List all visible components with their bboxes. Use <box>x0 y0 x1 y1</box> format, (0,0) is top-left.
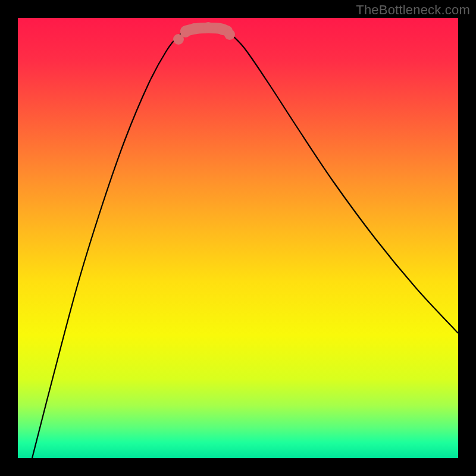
plot-area <box>18 18 458 458</box>
watermark-text: TheBottleneck.com <box>356 2 470 18</box>
curve-path <box>32 28 458 458</box>
floor-marker <box>189 23 199 34</box>
chart-frame: TheBottleneck.com <box>0 0 476 476</box>
bottleneck-curve <box>18 18 458 458</box>
floor-marker <box>203 22 214 33</box>
floor-marker <box>224 29 235 40</box>
